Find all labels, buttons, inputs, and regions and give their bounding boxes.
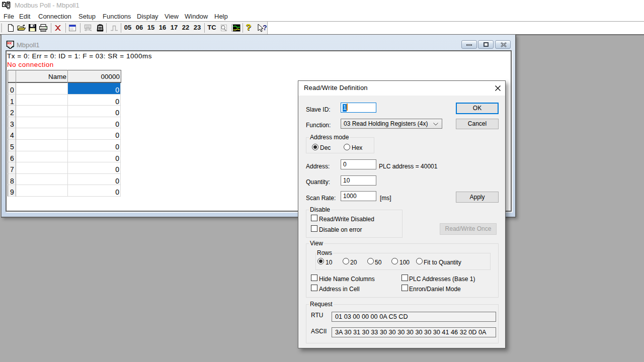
svg-text:?: ? xyxy=(263,24,267,32)
svg-text:DOC: DOC xyxy=(7,41,13,45)
